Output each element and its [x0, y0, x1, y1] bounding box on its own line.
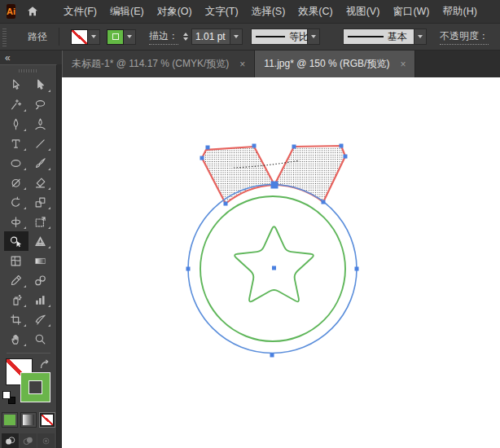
illustrator-logo[interactable]: Ai — [7, 4, 15, 19]
home-icon[interactable] — [26, 5, 39, 18]
fill-color-swatch[interactable] — [71, 29, 88, 45]
anchor-point[interactable] — [186, 267, 191, 271]
medal-artwork[interactable] — [62, 77, 500, 448]
none-button[interactable] — [39, 412, 55, 428]
tool-rotate[interactable] — [4, 192, 29, 212]
tool-pen[interactable] — [4, 114, 29, 134]
tool-zoom[interactable] — [29, 329, 53, 349]
brush-definition-dropdown[interactable] — [414, 29, 427, 45]
anchor-point[interactable] — [270, 354, 274, 358]
tool-scale[interactable] — [29, 192, 53, 212]
tool-lasso[interactable] — [29, 94, 53, 114]
menu-item-type[interactable]: 文字(T) — [199, 5, 245, 19]
stroke-weight-stepper[interactable] — [183, 33, 188, 41]
menu-item-select[interactable]: 选择(S) — [245, 5, 292, 19]
control-bar-grip[interactable] — [2, 27, 7, 46]
tool-width[interactable] — [4, 212, 29, 231]
tool-ellipse[interactable] — [4, 153, 29, 173]
draw-mode-buttons — [0, 433, 56, 448]
tool-line[interactable] — [29, 134, 53, 153]
stroke-proxy-swatch[interactable] — [21, 373, 50, 402]
menu-item-help[interactable]: 帮助(H) — [436, 5, 484, 19]
chevron-down-icon — [91, 35, 96, 38]
tool-blend[interactable] — [29, 270, 53, 290]
opacity-label[interactable]: 不透明度： — [440, 29, 489, 45]
anchor-point[interactable] — [355, 267, 359, 271]
stroke-color-dropdown[interactable] — [124, 29, 136, 45]
tool-symbol-sprayer[interactable] — [4, 290, 29, 310]
stroke-weight-dropdown[interactable] — [230, 29, 243, 45]
context-label: 路径 — [28, 30, 47, 44]
none-icon — [42, 415, 53, 425]
menu-item-edit[interactable]: 编辑(E) — [103, 5, 151, 19]
none-fill-icon — [72, 30, 87, 44]
stroke-color-swatch[interactable] — [107, 29, 124, 45]
chevron-down-icon — [311, 35, 316, 38]
menu-item-view[interactable]: 视图(V) — [340, 5, 387, 19]
artboard-canvas[interactable] — [62, 77, 500, 448]
anchor-point[interactable] — [252, 144, 257, 148]
tool-hand[interactable] — [4, 329, 29, 349]
tool-magic-wand[interactable] — [4, 94, 29, 114]
tab-close-icon[interactable]: × — [400, 59, 406, 70]
draw-normal-button[interactable] — [2, 433, 19, 448]
anchor-point[interactable] — [340, 144, 344, 148]
stroke-weight-value: 1.01 pt — [195, 31, 226, 42]
ribbon-left-shape[interactable] — [202, 147, 274, 204]
tool-free-transform[interactable] — [29, 212, 53, 231]
menu-item-window[interactable]: 窗口(W) — [386, 5, 436, 19]
tool-direct-selection[interactable] — [29, 75, 53, 94]
brush-definition-select[interactable]: 基本 — [343, 29, 414, 45]
tab-title: 11.jpg* @ 150 % (RGB/预览) — [264, 57, 389, 71]
stroke-indicator-icon — [112, 33, 119, 40]
menu-item-effect[interactable]: 效果(C) — [292, 5, 339, 19]
swap-fill-stroke-icon[interactable] — [39, 358, 51, 373]
stroke-weight-field[interactable]: 1.01 pt — [191, 29, 230, 45]
tool-eraser[interactable] — [29, 173, 53, 192]
gradient-button[interactable] — [20, 412, 37, 428]
tool-mesh[interactable] — [4, 251, 29, 270]
anchor-point[interactable] — [322, 200, 326, 204]
tool-paintbrush[interactable] — [29, 153, 53, 173]
stepper-down-icon — [183, 37, 188, 41]
menu-item-file[interactable]: 文件(F) — [57, 5, 103, 19]
default-colors-icon[interactable] — [2, 391, 15, 404]
tool-shaper[interactable] — [4, 173, 29, 192]
anchor-point[interactable] — [206, 146, 210, 150]
chevron-down-icon — [234, 35, 239, 38]
tool-slice[interactable] — [29, 310, 53, 329]
tab-close-icon[interactable]: × — [239, 59, 245, 70]
tool-eyedropper[interactable] — [4, 270, 29, 290]
tool-artboard[interactable] — [4, 310, 29, 329]
tab-untitled-1[interactable]: 未标题-1* @ 114.17 % (CMYK/预览) × — [63, 51, 255, 77]
stroke-weight-label[interactable]: 描边： — [149, 29, 178, 45]
anchor-point[interactable] — [200, 156, 204, 160]
toolbar-panel — [0, 64, 57, 448]
fill-color-dropdown[interactable] — [88, 29, 100, 45]
width-profile-select[interactable]: 等比 — [251, 29, 308, 45]
width-profile-dropdown[interactable] — [308, 29, 320, 45]
selected-anchor-point[interactable] — [271, 182, 279, 189]
color-button[interactable] — [2, 412, 18, 428]
collapse-dock-icon[interactable]: « — [5, 52, 11, 64]
tab-11-jpg[interactable]: 11.jpg* @ 150 % (RGB/预览) × — [255, 51, 415, 77]
menu-item-object[interactable]: 对象(O) — [151, 5, 199, 19]
gradient-icon — [23, 415, 34, 425]
tool-gradient[interactable] — [29, 251, 53, 270]
anchor-point[interactable] — [344, 155, 348, 159]
draw-inside-button[interactable] — [37, 433, 55, 448]
tool-perspective-grid[interactable] — [29, 231, 53, 251]
tool-curvature[interactable] — [29, 114, 53, 134]
tool-type[interactable] — [4, 134, 29, 153]
tab-title: 未标题-1* @ 114.17 % (CMYK/预览) — [72, 57, 229, 71]
anchor-point[interactable] — [224, 202, 228, 206]
chevron-down-icon — [418, 35, 423, 38]
draw-behind-button[interactable] — [20, 433, 37, 448]
anchor-point[interactable] — [292, 145, 296, 149]
medal-star-path[interactable] — [235, 226, 314, 301]
tool-shape-builder[interactable] — [4, 231, 29, 251]
anchor-point[interactable] — [272, 266, 276, 270]
tool-column-graph[interactable] — [29, 290, 53, 310]
tool-selection[interactable] — [4, 75, 29, 94]
toolbar-grip[interactable] — [19, 69, 38, 72]
